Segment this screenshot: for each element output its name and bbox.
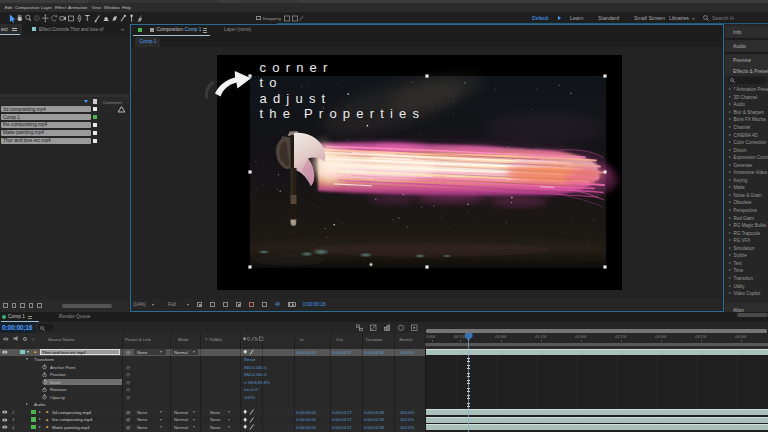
svg-text:adjust: adjust: [260, 91, 332, 106]
svg-text:corner: corner: [260, 60, 334, 75]
svg-text:the Properties: the Properties: [260, 106, 426, 121]
svg-text:to: to: [260, 75, 283, 90]
svg-text:T: T: [85, 14, 90, 23]
svg-text:fx: fx: [255, 336, 259, 341]
